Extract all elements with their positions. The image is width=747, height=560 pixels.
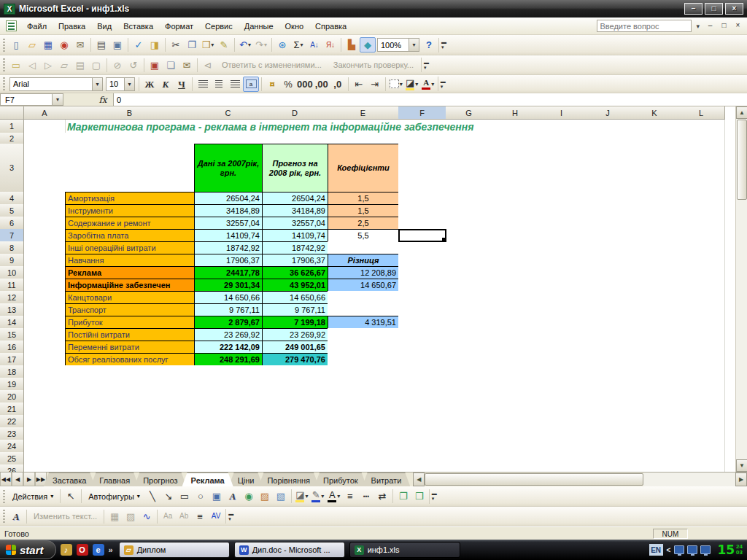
row-header-12[interactable]: 12 [0, 291, 24, 304]
cell-I3[interactable] [538, 144, 585, 192]
sheet-tab-Реклама[interactable]: Реклама [182, 472, 233, 486]
cell-A8[interactable] [24, 241, 66, 254]
cell-J18[interactable] [584, 365, 632, 378]
cell-K8[interactable] [631, 241, 678, 254]
cell-J14[interactable] [584, 316, 632, 329]
cell-K1[interactable] [631, 120, 678, 133]
row-header-25[interactable]: 25 [0, 452, 24, 465]
show-comment-icon[interactable]: ▱ [56, 58, 72, 73]
select-all-corner[interactable] [0, 106, 24, 120]
cell-F4[interactable] [398, 192, 446, 205]
hyperlink-icon[interactable]: ⊛ [274, 37, 290, 52]
cell-I18[interactable] [538, 365, 585, 378]
cell-D6[interactable]: 32557,04 [262, 217, 328, 230]
chart-wizard-icon[interactable]: ▙ [344, 37, 360, 52]
cell-L1[interactable] [678, 120, 725, 133]
wordart-gallery-icon[interactable]: ▦ [107, 509, 123, 524]
font-name-combo[interactable]: Arial ▾ [9, 77, 103, 91]
cell-G6[interactable]: 2 [446, 217, 492, 230]
workbook-close-button[interactable]: × [732, 20, 744, 31]
row-header-9[interactable]: 9 [0, 254, 24, 267]
cell-H15[interactable] [492, 328, 539, 341]
cell-F14[interactable] [398, 316, 446, 329]
cell-C20[interactable] [194, 390, 263, 403]
cell-L20[interactable] [678, 390, 725, 403]
cell-H13[interactable] [492, 303, 539, 316]
cell-C16[interactable]: 222 142,09 [194, 341, 263, 354]
cell-G14[interactable] [446, 316, 492, 329]
row-header-1[interactable]: 1 [0, 120, 24, 133]
menu-item-Данные[interactable]: Данные [239, 19, 279, 34]
cell-A20[interactable] [24, 390, 66, 403]
cell-A3[interactable] [24, 144, 66, 192]
cell-J19[interactable] [584, 378, 632, 391]
cell-B14[interactable]: Прибуток [65, 316, 195, 329]
cell-B7[interactable]: Заробітна плата [65, 229, 195, 242]
cell-G18[interactable] [446, 365, 492, 378]
sheet-tab-Порівняння[interactable]: Порівняння [258, 472, 319, 486]
cell-G2[interactable] [446, 133, 492, 144]
cell-A22[interactable] [24, 415, 66, 428]
wordart-char-spacing-icon[interactable]: AV [208, 509, 224, 524]
cell-K12[interactable] [631, 291, 678, 304]
checklist-icon[interactable]: ▣ [147, 58, 163, 73]
cell-C23[interactable] [194, 427, 263, 440]
cell-K25[interactable] [631, 452, 678, 465]
menu-item-Сервис[interactable]: Сервис [199, 19, 239, 34]
wordart-format-icon[interactable]: ▨ [123, 509, 139, 524]
quick-launch-overflow-icon[interactable]: » [109, 545, 113, 554]
cell-G17[interactable] [446, 353, 492, 366]
column-header-L[interactable]: L [678, 106, 725, 120]
cell-A16[interactable] [24, 341, 66, 354]
cell-F3[interactable] [398, 144, 446, 192]
cell-L2[interactable] [678, 133, 725, 144]
scroll-right-icon[interactable]: ▶ [735, 472, 747, 486]
cell-B2[interactable] [65, 133, 195, 144]
cell-E10[interactable]: 12 208,89 [328, 266, 399, 279]
cell-I7[interactable] [538, 229, 585, 242]
toolbar-grip[interactable] [3, 510, 5, 523]
cut-icon[interactable]: ✂ [168, 37, 184, 52]
draw-font-color-icon[interactable]: А▾ [326, 489, 342, 504]
cell-L4[interactable] [678, 192, 725, 205]
cell-C9[interactable]: 17906,37 [194, 254, 263, 267]
cell-A25[interactable] [24, 452, 66, 465]
copy-icon[interactable]: ❐ [184, 37, 200, 52]
bold-button[interactable]: Ж [142, 77, 158, 92]
toolbar-options-icon[interactable]: ▬▾ [438, 38, 449, 52]
cell-F21[interactable] [398, 402, 446, 416]
cell-A2[interactable] [24, 133, 66, 144]
sheet-tab-Ціни[interactable]: Ціни [229, 472, 263, 486]
cell-A10[interactable] [24, 266, 66, 279]
cell-E18[interactable] [328, 365, 399, 378]
cell-L24[interactable] [678, 440, 725, 453]
cell-I19[interactable] [538, 378, 585, 391]
cell-K6[interactable] [631, 217, 678, 230]
cell-L15[interactable] [678, 328, 725, 341]
cell-K15[interactable] [631, 328, 678, 341]
cell-K24[interactable] [631, 440, 678, 453]
column-header-H[interactable]: H [492, 106, 539, 120]
row-header-21[interactable]: 21 [0, 402, 24, 416]
cell-I23[interactable] [538, 427, 585, 440]
cell-K10[interactable] [631, 266, 678, 279]
cell-J20[interactable] [584, 390, 632, 403]
cell-K26[interactable] [631, 464, 678, 472]
menu-item-Вид[interactable]: Вид [91, 19, 117, 34]
currency-style-icon[interactable]: ¤ [264, 77, 280, 92]
cell-F13[interactable] [398, 303, 446, 316]
cell-F25[interactable] [398, 452, 446, 465]
threed-style-icon[interactable]: ❒ [411, 489, 427, 504]
cell-K19[interactable] [631, 378, 678, 391]
accept-change-icon[interactable]: ⊘ [109, 58, 125, 73]
cell-L23[interactable] [678, 427, 725, 440]
cell-H7[interactable] [492, 229, 539, 242]
cell-G26[interactable] [446, 464, 492, 472]
cell-K16[interactable] [631, 341, 678, 354]
cell-H9[interactable] [492, 254, 539, 267]
cell-A26[interactable] [24, 464, 66, 472]
cell-J7[interactable] [584, 229, 632, 242]
row-header-14[interactable]: 14 [0, 316, 24, 329]
cell-L17[interactable] [678, 353, 725, 366]
cell-J10[interactable] [584, 266, 632, 279]
